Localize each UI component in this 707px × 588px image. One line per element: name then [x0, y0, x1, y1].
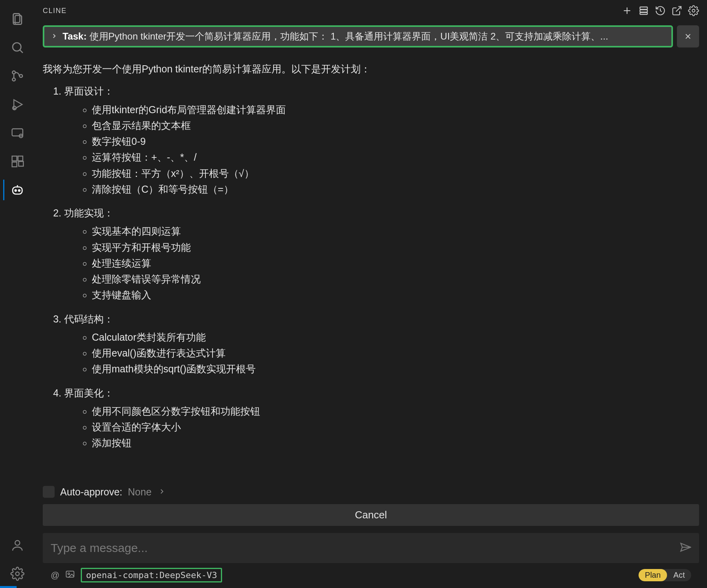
svg-rect-15 — [13, 187, 22, 194]
svg-point-17 — [19, 190, 20, 192]
send-icon[interactable] — [679, 541, 691, 555]
cancel-button[interactable]: Cancel — [43, 504, 699, 526]
section-items: 实现基本的四则运算实现平方和开根号功能处理连续运算处理除零错误等异常情况支持键盘… — [64, 224, 699, 302]
main-panel: CLINE Ta — [35, 0, 707, 588]
svg-point-16 — [15, 190, 17, 192]
section-item: 实现平方和开根号功能 — [92, 240, 699, 254]
cline-icon[interactable] — [3, 176, 32, 204]
svg-rect-13 — [12, 162, 17, 167]
assistant-message: 我将为您开发一个使用Python tkinter的简易计算器应用。以下是开发计划… — [43, 62, 699, 482]
panel-title: CLINE — [43, 7, 67, 15]
svg-point-2 — [13, 43, 21, 51]
plan-act-toggle[interactable]: Plan Act — [639, 569, 691, 581]
svg-rect-12 — [18, 156, 23, 161]
source-control-icon[interactable] — [3, 62, 32, 90]
content-area: Task: 使用Python tkinter开发一个简易计算器应用，功能如下： … — [35, 21, 707, 588]
remote-icon[interactable] — [3, 119, 32, 147]
section-title: 界面美化： — [64, 387, 114, 398]
section-item: 使用不同颜色区分数字按钮和功能按钮 — [92, 404, 699, 418]
new-task-icon[interactable] — [621, 5, 633, 16]
close-task-button[interactable] — [677, 25, 699, 47]
task-text: Task: 使用Python tkinter开发一个简易计算器应用，功能如下： … — [63, 30, 665, 43]
svg-point-6 — [19, 74, 23, 78]
search-icon[interactable] — [3, 33, 32, 62]
open-external-icon[interactable] — [671, 5, 682, 16]
section-item: 添加按钮 — [92, 436, 699, 450]
section-item: 清除按钮（C）和等号按钮（=） — [92, 182, 699, 196]
explorer-icon[interactable] — [3, 5, 32, 33]
message-input-row — [43, 533, 699, 563]
svg-point-5 — [12, 78, 15, 81]
image-icon[interactable] — [65, 569, 75, 582]
settings-gear-icon[interactable] — [3, 560, 32, 588]
plan-list: 界面设计：使用tkinter的Grid布局管理器创建计算器界面包含显示结果的文本… — [43, 84, 699, 450]
section-title: 界面设计： — [64, 85, 114, 97]
chevron-right-icon — [158, 486, 166, 498]
section-item: 使用math模块的sqrt()函数实现开根号 — [92, 362, 699, 376]
accounts-icon[interactable] — [3, 531, 32, 560]
task-description: 使用Python tkinter开发一个简易计算器应用，功能如下： 1、具备通用… — [89, 31, 608, 42]
task-label: Task: — [63, 31, 87, 42]
plan-section: 功能实现：实现基本的四则运算实现平方和开根号功能处理连续运算处理除零错误等异常情… — [64, 206, 699, 302]
server-icon[interactable] — [638, 5, 649, 16]
task-bar: Task: 使用Python tkinter开发一个简易计算器应用，功能如下： … — [43, 25, 699, 47]
section-item: 实现基本的四则运算 — [92, 224, 699, 238]
section-item: 数字按钮0-9 — [92, 134, 699, 148]
svg-point-4 — [12, 71, 15, 74]
task-box[interactable]: Task: 使用Python tkinter开发一个简易计算器应用，功能如下： … — [43, 25, 673, 47]
panel-header: CLINE — [35, 0, 707, 21]
section-item: 设置合适的字体大小 — [92, 420, 699, 434]
svg-line-3 — [20, 50, 23, 53]
extensions-icon[interactable] — [3, 147, 32, 176]
svg-marker-7 — [14, 100, 22, 109]
activity-bar — [0, 0, 35, 588]
section-item: 包含显示结果的文本框 — [92, 118, 699, 133]
section-title: 功能实现： — [64, 207, 114, 218]
svg-rect-24 — [640, 10, 648, 12]
svg-rect-14 — [19, 161, 23, 166]
footer-row: @ openai-compat:DeepSeek-V3 Plan Act — [43, 565, 699, 588]
section-item: Calculator类封装所有功能 — [92, 330, 699, 344]
svg-point-20 — [16, 572, 19, 576]
auto-approve-value: None — [128, 486, 152, 498]
history-icon[interactable] — [655, 5, 666, 16]
auto-approve-row[interactable]: Auto-approve: None — [43, 486, 699, 498]
section-items: Calculator类封装所有功能使用eval()函数进行表达式计算使用math… — [64, 330, 699, 376]
section-title: 代码结构： — [64, 313, 114, 324]
svg-point-33 — [68, 573, 70, 574]
plan-mode[interactable]: Plan — [639, 569, 667, 581]
section-item: 处理除零错误等异常情况 — [92, 272, 699, 286]
header-actions — [621, 5, 699, 16]
section-item: 功能按钮：平方（x²）、开根号（√） — [92, 166, 699, 180]
plan-section: 界面设计：使用tkinter的Grid布局管理器创建计算器界面包含显示结果的文本… — [64, 84, 699, 196]
svg-point-27 — [692, 9, 695, 12]
section-item: 使用eval()函数进行表达式计算 — [92, 346, 699, 360]
section-item: 支持键盘输入 — [92, 288, 699, 302]
plan-section: 代码结构：Calculator类封装所有功能使用eval()函数进行表达式计算使… — [64, 312, 699, 376]
auto-approve-label: Auto-approve: — [60, 486, 122, 498]
chevron-right-icon — [51, 31, 58, 42]
plan-section: 界面美化：使用不同颜色区分数字按钮和功能按钮设置合适的字体大小添加按钮 — [64, 386, 699, 450]
auto-approve-checkbox[interactable] — [43, 486, 55, 498]
section-item: 使用tkinter的Grid布局管理器创建计算器界面 — [92, 102, 699, 117]
act-mode[interactable]: Act — [667, 569, 691, 581]
bottom-accent — [0, 586, 17, 588]
svg-line-26 — [676, 7, 681, 12]
message-intro: 我将为您开发一个使用Python tkinter的简易计算器应用。以下是开发计划… — [43, 62, 699, 76]
model-badge[interactable]: openai-compat:DeepSeek-V3 — [81, 568, 222, 582]
mention-icon[interactable]: @ — [51, 570, 59, 580]
section-item: 运算符按钮：+、-、*、/ — [92, 150, 699, 164]
gear-icon[interactable] — [688, 5, 699, 16]
svg-rect-9 — [12, 129, 23, 136]
section-item: 处理连续运算 — [92, 256, 699, 270]
run-debug-icon[interactable] — [3, 90, 32, 119]
svg-rect-25 — [640, 13, 648, 15]
svg-rect-11 — [12, 156, 17, 161]
svg-point-19 — [15, 541, 20, 545]
message-input[interactable] — [51, 541, 679, 555]
section-items: 使用tkinter的Grid布局管理器创建计算器界面包含显示结果的文本框数字按钮… — [64, 102, 699, 197]
svg-rect-23 — [640, 7, 648, 9]
section-items: 使用不同颜色区分数字按钮和功能按钮设置合适的字体大小添加按钮 — [64, 404, 699, 450]
